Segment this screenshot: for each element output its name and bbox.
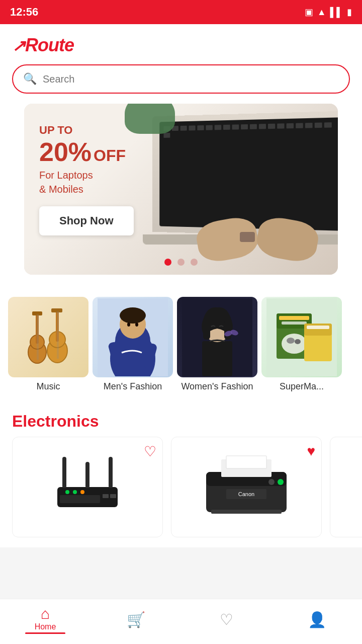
signal-icon: ▌▌ [330, 7, 343, 18]
profile-icon: 👤 [308, 611, 326, 628]
svg-point-16 [120, 307, 146, 324]
svg-point-43 [65, 490, 69, 494]
router-svg [47, 452, 128, 522]
category-supermarket-image [261, 297, 342, 377]
app-logo: ↗Route [12, 32, 74, 56]
svg-point-55 [268, 479, 275, 485]
category-womens[interactable]: Women's Fashion [177, 297, 257, 392]
electronics-section-header: Electronics [0, 402, 362, 437]
category-supermarket-label: SuperMa... [280, 381, 324, 392]
electronics-title: Electronics [12, 412, 350, 431]
svg-text:Canon: Canon [238, 491, 254, 497]
svg-rect-52 [226, 456, 266, 468]
banner: UP TO 20% OFF For Laptops& Mobiles Shop … [24, 104, 338, 275]
banner-subtitle-text: For Laptops& Mobiles [39, 168, 134, 196]
svg-point-35 [295, 339, 301, 344]
home-icon: ⌂ [41, 605, 50, 622]
banner-percent-text: 20% [39, 139, 92, 165]
banner-dots [164, 259, 198, 266]
svg-point-20 [135, 323, 138, 327]
home-indicator [25, 632, 65, 634]
sim-icon: ▣ [305, 7, 313, 18]
svg-rect-37 [304, 324, 332, 336]
dot-1[interactable] [164, 259, 171, 266]
banner-off-text: OFF [94, 146, 126, 165]
svg-rect-25 [224, 319, 231, 340]
search-box[interactable]: 🔍 [12, 64, 350, 94]
nav-home[interactable]: ⌂ Home [0, 605, 90, 634]
keyboard-area [163, 122, 338, 138]
logo-text: Route [25, 35, 74, 55]
electronics-products: ♡ ♥ [0, 437, 362, 547]
category-womens-image [177, 297, 257, 377]
svg-point-34 [287, 338, 295, 344]
nav-wishlist[interactable]: ♡ [181, 611, 272, 628]
home-label: Home [35, 622, 56, 631]
svg-rect-38 [307, 326, 329, 329]
router-image [37, 449, 138, 525]
banner-content: UP TO 20% OFF For Laptops& Mobiles Shop … [39, 124, 134, 235]
category-mens[interactable]: Men's Fashion [93, 297, 173, 392]
svg-rect-24 [203, 319, 210, 340]
svg-point-19 [127, 323, 130, 327]
svg-rect-57 [211, 510, 282, 514]
banner-discount: 20% OFF [39, 139, 134, 165]
dot-2[interactable] [177, 259, 185, 266]
category-mens-image [93, 297, 173, 377]
svg-point-33 [282, 334, 307, 354]
status-bar: 12:56 ▣ ▲ ▌▌ ▮ [0, 0, 362, 24]
svg-rect-31 [279, 316, 309, 320]
category-music-image [8, 297, 88, 377]
product-printer[interactable]: ♥ Canon [171, 437, 322, 537]
status-icons: ▣ ▲ ▌▌ ▮ [305, 7, 352, 18]
search-container: 🔍 [0, 64, 362, 104]
svg-rect-40 [62, 457, 66, 488]
svg-point-45 [80, 490, 84, 494]
svg-rect-42 [109, 457, 113, 488]
svg-point-44 [73, 490, 77, 494]
categories-section: Music [0, 297, 362, 402]
category-music[interactable]: Music [8, 297, 88, 392]
svg-rect-41 [85, 462, 89, 488]
category-music-label: Music [36, 381, 60, 392]
svg-point-56 [278, 479, 284, 485]
battery-icon: ▮ [347, 7, 352, 18]
search-input[interactable] [43, 73, 339, 85]
guitar-svg [23, 304, 73, 370]
svg-rect-32 [282, 321, 307, 325]
wishlist-printer-icon[interactable]: ♥ [307, 443, 315, 459]
hands-area [197, 209, 318, 260]
supermarket-svg [266, 298, 337, 376]
svg-rect-47 [103, 494, 109, 498]
status-time: 12:56 [10, 6, 38, 19]
printer-image: Canon [196, 449, 297, 525]
mens-fashion-svg [98, 298, 168, 376]
svg-rect-22 [202, 341, 232, 376]
wishlist-router-icon[interactable]: ♡ [144, 443, 156, 460]
search-icon: 🔍 [23, 72, 37, 86]
svg-rect-7 [51, 308, 62, 312]
womens-fashion-svg [182, 298, 252, 376]
svg-rect-48 [110, 494, 116, 498]
wifi-icon: ▲ [317, 7, 326, 18]
product-third[interactable] [330, 437, 362, 537]
nav-cart[interactable]: 🛒 [90, 611, 181, 628]
product-router[interactable]: ♡ [12, 437, 163, 537]
category-womens-label: Women's Fashion [181, 381, 253, 392]
wishlist-nav-icon: ♡ [220, 611, 233, 628]
category-supermarket[interactable]: SuperMa... [261, 297, 342, 392]
cart-icon: 🛒 [127, 611, 145, 628]
shop-now-button[interactable]: Shop Now [39, 206, 134, 235]
banner-upto-text: UP TO [39, 124, 134, 137]
nav-profile[interactable]: 👤 [272, 611, 362, 628]
printer-svg: Canon [201, 452, 292, 522]
header: ↗Route [0, 24, 362, 64]
category-mens-label: Men's Fashion [104, 381, 162, 392]
dot-3[interactable] [191, 259, 198, 266]
bottom-navigation: ⌂ Home 🛒 ♡ 👤 [0, 599, 362, 644]
svg-rect-46 [60, 495, 100, 503]
